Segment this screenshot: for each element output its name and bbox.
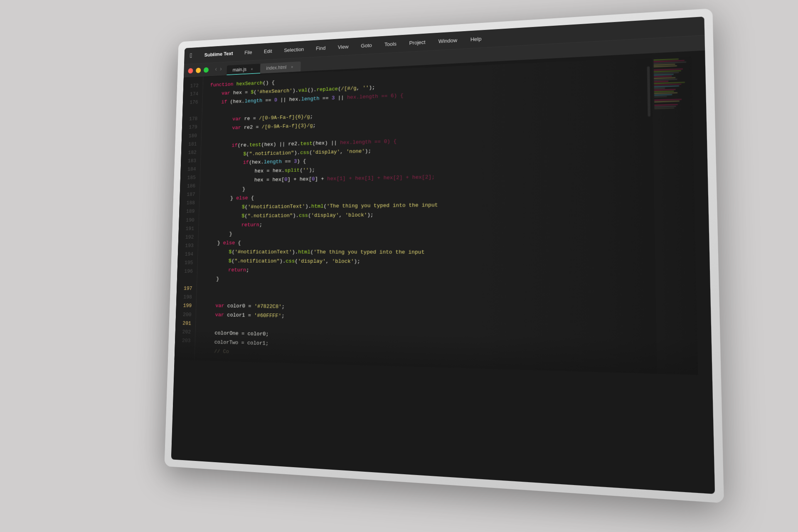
ln-192: 192 [181, 233, 194, 242]
screen-bezel:  Sublime Text File Edit Selection Find … [171, 17, 715, 494]
ln-188: 188 [182, 199, 195, 208]
minimap [652, 56, 698, 375]
view-menu[interactable]: View [335, 43, 351, 51]
ln-203: 203 [178, 336, 191, 345]
apple-logo-icon:  [190, 52, 194, 59]
back-arrow-icon[interactable]: ‹ [214, 66, 218, 73]
tools-menu[interactable]: Tools [382, 40, 399, 48]
project-menu[interactable]: Project [407, 38, 428, 47]
tab-main-js-label: main.js [233, 66, 246, 73]
minimap-content [652, 56, 693, 111]
laptop-frame:  Sublime Text File Edit Selection Find … [164, 8, 724, 503]
window-menu[interactable]: Window [436, 36, 460, 45]
scrollbar-thumb[interactable] [647, 66, 650, 117]
ln-185: 185 [183, 174, 196, 182]
code-line-193: $('#notificationText').html('The thing y… [205, 248, 646, 258]
ln-199: 199 [179, 302, 192, 310]
editor[interactable]: 172 174 176 178 179 180 181 182 183 184 … [175, 56, 698, 375]
edit-menu[interactable]: Edit [261, 47, 274, 55]
ln-193: 193 [181, 241, 194, 250]
ln-186: 186 [183, 182, 196, 191]
app-name-menu[interactable]: Sublime Text [202, 49, 235, 59]
ln-190: 190 [182, 216, 195, 225]
mm-line-27 [654, 103, 658, 104]
nav-arrows: ‹ › [214, 66, 222, 73]
code-area[interactable]: function hexSearch() { var hex = $('#hex… [195, 58, 657, 374]
help-menu[interactable]: Help [468, 35, 484, 44]
find-menu[interactable]: Find [314, 44, 328, 52]
mm-line-6 [654, 68, 658, 69]
mm-line-24 [654, 98, 658, 99]
ln-178: 178 [185, 115, 197, 124]
ln-191: 191 [181, 224, 194, 233]
ln-198: 198 [179, 293, 192, 302]
tab-index-html-close[interactable]: × [289, 64, 295, 70]
mm-line-23 [654, 96, 667, 98]
maximize-button[interactable] [204, 67, 209, 72]
ln-174: 174 [186, 90, 198, 99]
ln-179: 179 [185, 123, 197, 132]
tab-main-js[interactable]: main.js × [227, 64, 261, 75]
ln-180: 180 [185, 132, 197, 140]
close-button[interactable] [188, 68, 193, 73]
ln-187: 187 [182, 190, 195, 199]
ln-200: 200 [179, 310, 192, 319]
ln-184: 184 [183, 165, 196, 174]
editor-wrapper: 172 174 176 178 179 180 181 182 183 184 … [171, 56, 701, 488]
ln-202: 202 [178, 328, 191, 337]
ln-181: 181 [184, 140, 197, 149]
ln-195: 195 [180, 259, 193, 267]
ln-176: 176 [185, 99, 198, 107]
minimize-button[interactable] [196, 67, 201, 73]
ln-201: 201 [178, 319, 191, 328]
traffic-lights [188, 67, 209, 73]
ln-196: 196 [180, 267, 193, 276]
ln-blank2 [180, 276, 192, 285]
file-menu[interactable]: File [242, 49, 254, 57]
ln-189: 189 [182, 207, 195, 216]
tab-index-html-label: index.html [266, 64, 286, 71]
goto-menu[interactable]: Goto [359, 41, 374, 49]
mm-line-30 [654, 107, 674, 109]
tab-index-html[interactable]: index.html × [260, 62, 301, 74]
mm-line-26 [654, 101, 680, 103]
ln-194: 194 [180, 250, 193, 259]
code-line-192: } else { [205, 238, 646, 248]
ln-197: 197 [180, 284, 192, 293]
code-line-191: } [206, 228, 646, 239]
selection-menu[interactable]: Selection [282, 45, 306, 54]
tab-main-js-close[interactable]: × [249, 66, 255, 71]
ln-183: 183 [184, 157, 197, 165]
ln-172: 172 [186, 82, 199, 91]
ln-182: 182 [184, 148, 197, 157]
forward-arrow-icon[interactable]: › [219, 66, 223, 73]
ln-blank1 [185, 107, 198, 116]
